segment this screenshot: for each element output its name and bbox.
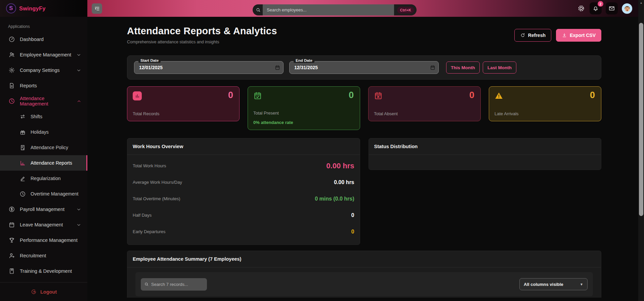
sidebar-item-label: Employee Management <box>20 52 71 57</box>
clock-icon <box>19 191 26 197</box>
sidebar-item-training-development[interactable]: Training & Development <box>0 263 87 279</box>
trophy-icon <box>8 237 15 244</box>
calendar-check-icon <box>253 91 262 100</box>
sidebar-subitem-attendance-policy[interactable]: Attendance Policy <box>0 140 87 155</box>
bar-chart-icon <box>19 160 26 166</box>
date-filter-panel: Start Date End Date This Month Last Mont… <box>127 55 601 80</box>
chevron-down-icon <box>76 222 81 227</box>
total-overtime-value: 0 mins (0.0 hrs) <box>315 196 354 202</box>
start-date-label: Start Date <box>138 58 161 63</box>
page-header: Attendance Reports & Analytics Comprehen… <box>127 26 601 44</box>
sidebar-item-label: Dashboard <box>20 37 44 42</box>
this-month-button[interactable]: This Month <box>446 61 480 74</box>
work-hours-row: Half Days 0 <box>133 207 354 223</box>
settings-icon[interactable] <box>577 4 586 13</box>
page-title: Attendance Reports & Analytics <box>127 26 277 37</box>
calendar-icon[interactable] <box>275 65 280 70</box>
stat-card-late-arrivals: 0 Late Arrivals <box>489 86 601 121</box>
start-date-input[interactable] <box>134 61 284 74</box>
shifts-icon <box>19 114 26 120</box>
stat-value: 0 <box>469 90 474 100</box>
topbar-actions: 2 <box>577 0 632 17</box>
stat-card-total-absent: 0 Total Absent <box>368 86 481 121</box>
half-days-value: 0 <box>351 212 354 218</box>
status-distribution-panel: Status Distribution <box>369 138 602 170</box>
user-plus-icon <box>8 252 15 259</box>
sidebar-subitem-label: Holidays <box>31 129 49 135</box>
sidebar-item-payroll-management[interactable]: Payroll Management <box>0 202 87 217</box>
sidebar-item-label: Training & Development <box>20 268 72 274</box>
calendar-icon[interactable] <box>430 65 435 70</box>
avatar-face-icon <box>623 4 632 13</box>
logout-label: Logout <box>40 289 57 295</box>
refresh-button[interactable]: Refresh <box>514 29 551 42</box>
end-date-input[interactable] <box>289 61 439 74</box>
sidebar-subitem-label: Regularization <box>31 176 61 181</box>
stat-label: Late Arrivals <box>495 111 596 116</box>
sidebar-item-leave-management[interactable]: Leave Management <box>0 217 87 232</box>
bar-chart-icon <box>133 91 142 100</box>
calendar-x-icon <box>374 91 383 100</box>
stat-value: 0 <box>590 90 595 100</box>
employees-icon <box>8 51 15 58</box>
dashboard-icon <box>8 36 15 43</box>
stats-row: 0 Total Records 0 Total Present 0% atten… <box>127 86 601 130</box>
notifications-button[interactable]: 2 <box>590 2 602 14</box>
sidebar-item-employee-management[interactable]: Employee Management <box>0 47 87 62</box>
logout-button[interactable]: Logout <box>0 282 87 301</box>
document-icon <box>8 82 15 89</box>
brand-name: SwingyFy <box>19 5 46 12</box>
chevron-down-icon <box>76 52 81 57</box>
start-date-field: Start Date <box>134 61 284 74</box>
sidebar-item-reports[interactable]: Reports <box>0 78 87 93</box>
search-icon <box>144 282 149 287</box>
sidebar-subitem-holidays[interactable]: Holidays <box>0 124 87 140</box>
sidebar-item-label: Performance Management <box>20 238 78 243</box>
records-search-input[interactable] <box>151 282 204 287</box>
stat-label: Total Records <box>133 111 234 116</box>
bell-icon <box>592 5 599 12</box>
global-search[interactable]: Ctrl+K <box>253 4 417 15</box>
sidebar-item-label: Company Settings <box>20 68 59 73</box>
brand-logo[interactable]: S SwingyFy <box>0 0 87 17</box>
employee-summary-toolbar: All columns visible ▼ <box>135 272 593 296</box>
sidebar-subitem-attendance-reports[interactable]: Attendance Reports <box>0 155 87 171</box>
sidebar-item-performance-management[interactable]: Performance Management <box>0 232 87 248</box>
columns-visibility-dropdown[interactable]: All columns visible ▼ <box>519 278 588 290</box>
messages-button[interactable] <box>606 2 618 14</box>
vertical-scrollbar[interactable]: ▲ <box>638 0 644 301</box>
scroll-up-arrow-icon[interactable]: ▲ <box>638 0 644 5</box>
stat-card-total-present: 0 Total Present 0% attendance rate <box>248 86 360 130</box>
policy-icon <box>19 144 26 151</box>
sidebar-item-recruitment[interactable]: Recruitment <box>0 248 87 263</box>
last-month-button[interactable]: Last Month <box>483 61 516 74</box>
sidebar-item-company-settings[interactable]: Company Settings <box>0 62 87 78</box>
chevron-down-icon: ▼ <box>580 283 583 286</box>
employee-summary-panel: Employee Attendance Summary (7 Employees… <box>127 251 601 298</box>
end-date-field: End Date <box>289 61 439 74</box>
sidebar-item-dashboard[interactable]: Dashboard <box>0 32 87 47</box>
sidebar-collapse-button[interactable] <box>92 3 102 14</box>
page-subtitle: Comprehensive attendance statistics and … <box>127 40 277 44</box>
sidebar-section-label: Applications <box>0 17 87 32</box>
employee-summary-title: Employee Attendance Summary (7 Employees… <box>127 251 601 267</box>
sidebar-subitem-regularization[interactable]: Regularization <box>0 171 87 186</box>
end-date-label: End Date <box>294 58 314 63</box>
scrollbar-thumb[interactable] <box>639 23 643 216</box>
user-avatar[interactable] <box>622 3 632 14</box>
sidebar-subitem-overtime-management[interactable]: Overtime Management <box>0 186 87 202</box>
sidebar-item-attendance-management[interactable]: Attendance Management <box>0 93 87 109</box>
main-content: Attendance Reports & Analytics Comprehen… <box>87 17 638 301</box>
brand-logo-icon: S <box>6 3 16 13</box>
notification-count-badge: 2 <box>598 1 603 7</box>
early-departures-value: 0 <box>351 229 354 235</box>
global-search-input[interactable] <box>263 4 394 15</box>
records-search[interactable] <box>141 278 207 291</box>
sidebar-subitem-shifts[interactable]: Shifts <box>0 109 87 124</box>
refresh-icon <box>520 33 525 38</box>
mail-icon <box>608 5 615 12</box>
sidebar-item-label: Reports <box>20 83 37 88</box>
export-csv-button[interactable]: Export CSV <box>556 29 601 42</box>
sidebar-item-label: Attendance Management <box>20 96 72 106</box>
clock-icon <box>8 98 15 104</box>
